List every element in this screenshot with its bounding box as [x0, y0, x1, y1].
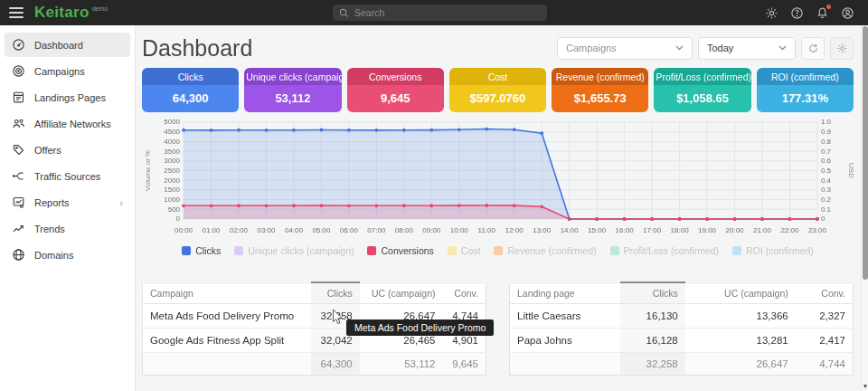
scrollbar-down-arrow[interactable]: ▼	[862, 383, 868, 390]
column-header-conv[interactable]: Conv.	[796, 282, 854, 304]
stat-card-value: 177.31%	[757, 85, 854, 112]
column-header-conv[interactable]: Conv.	[443, 282, 486, 304]
svg-text:3000: 3000	[164, 157, 180, 165]
campaigns-filter-select[interactable]: Campaigns	[557, 37, 693, 60]
svg-text:05:00: 05:00	[312, 226, 331, 234]
svg-text:03:00: 03:00	[257, 226, 276, 234]
table-row[interactable]: Little Caesars16,13013,3662,327	[510, 304, 854, 329]
legend-label: Unique clicks (campaign)	[248, 245, 354, 256]
svg-text:Volume or %: Volume or %	[144, 150, 152, 191]
svg-text:0.6: 0.6	[821, 157, 832, 165]
scrollbar-thumb[interactable]	[863, 26, 868, 280]
row-name-cell[interactable]: Meta Ads Food Delivery Promo	[143, 304, 311, 329]
column-header-uc-campaign[interactable]: UC (campaign)	[685, 282, 796, 304]
legend-item-roi-confirmed[interactable]: ROI (confirmed)	[732, 245, 814, 256]
stat-card-conversions: Conversions9,645	[347, 68, 444, 112]
sidebar-item-campaigns[interactable]: Campaigns	[5, 59, 130, 83]
row-name-cell[interactable]: Google Ads Fitness App Split	[143, 329, 311, 353]
legend-label: Conversions	[381, 245, 433, 256]
page-title: Dashboard	[142, 35, 252, 62]
svg-text:1000: 1000	[164, 196, 180, 204]
legend-label: Cost	[461, 245, 481, 256]
legend-item-cost[interactable]: Cost	[448, 245, 481, 256]
svg-text:04:00: 04:00	[285, 226, 304, 234]
stat-card-value: 53,112	[244, 85, 341, 112]
column-header-clicks[interactable]: Clicks	[311, 282, 360, 304]
legend-label: Revenue (confirmed)	[507, 245, 596, 256]
stat-card-clicks: Clicks64,300	[142, 68, 239, 112]
sidebar-item-landings-pages[interactable]: Landings Pages	[5, 85, 130, 110]
svg-text:01:00: 01:00	[203, 226, 222, 234]
menu-icon[interactable]	[9, 7, 24, 18]
table-row[interactable]: Papa Johns16,12813,2812,417	[510, 329, 854, 353]
column-header-landing-page[interactable]: Landing page	[510, 282, 620, 304]
page-scrollbar[interactable]: ▼	[861, 25, 868, 391]
settings-icon[interactable]	[764, 5, 779, 21]
stat-card-label: ROI (confirmed)	[757, 68, 854, 85]
svg-text:09:00: 09:00	[422, 226, 441, 234]
legend-swatch	[494, 246, 503, 255]
svg-text:2000: 2000	[164, 176, 180, 185]
row-name-cell[interactable]: Papa Johns	[510, 329, 620, 353]
sidebar-item-offers[interactable]: Offers	[5, 138, 130, 162]
svg-text:500: 500	[168, 205, 181, 214]
search-box[interactable]	[333, 5, 547, 21]
main-content: Dashboard Campaigns Today	[136, 25, 868, 391]
legend-swatch	[448, 246, 457, 255]
legend-item-revenue-confirmed[interactable]: Revenue (confirmed)	[494, 245, 596, 256]
legend-item-profit-loss-confirmed[interactable]: Profit/Loss (confirmed)	[610, 245, 720, 256]
target-icon	[12, 64, 25, 78]
totals-cell: 64,300	[311, 353, 360, 376]
svg-text:19:00: 19:00	[698, 226, 717, 234]
stat-card-value: $597.0760	[449, 85, 546, 112]
legend-item-conversions[interactable]: Conversions	[367, 245, 433, 256]
help-icon[interactable]	[789, 5, 805, 21]
stat-card-label: Conversions	[347, 68, 444, 85]
svg-text:18:00: 18:00	[671, 226, 690, 234]
svg-text:13:00: 13:00	[533, 226, 552, 234]
svg-text:1.0: 1.0	[821, 119, 832, 127]
table-totals-row: 64,30053,1129,645	[143, 353, 486, 376]
legend-swatch	[234, 246, 243, 255]
row-value-cell: 2,417	[796, 329, 854, 353]
sidebar-item-label: Traffic Sources	[34, 171, 100, 182]
sidebar-item-reports[interactable]: Reports›	[5, 190, 130, 215]
row-name-cell[interactable]: Little Caesars	[510, 304, 620, 329]
svg-text:11:00: 11:00	[478, 226, 496, 234]
sidebar-item-trends[interactable]: Trends	[5, 216, 130, 241]
legend-item-clicks[interactable]: Clicks	[182, 245, 221, 256]
document-icon	[12, 91, 25, 104]
svg-text:12:00: 12:00	[505, 226, 524, 234]
campaigns-filter-value: Campaigns	[566, 43, 617, 53]
tag-icon	[12, 143, 25, 157]
period-filter-value: Today	[707, 43, 733, 53]
sidebar-item-label: Campaigns	[34, 66, 85, 77]
sidebar-item-dashboard[interactable]: Dashboard	[5, 33, 130, 57]
totals-cell	[143, 353, 311, 376]
account-icon[interactable]	[840, 5, 855, 21]
column-header-campaign[interactable]: Campaign	[143, 282, 311, 304]
legend-item-unique-clicks-campaign[interactable]: Unique clicks (campaign)	[234, 245, 354, 256]
refresh-button[interactable]	[801, 37, 825, 60]
row-tooltip: Meta Ads Food Delivery Promo	[346, 319, 494, 336]
svg-text:0: 0	[176, 215, 181, 224]
app-logo[interactable]: Keitarodemo	[24, 4, 108, 22]
period-filter-select[interactable]: Today	[698, 37, 796, 60]
dashboard-settings-button[interactable]	[830, 37, 854, 60]
svg-text:4000: 4000	[164, 138, 180, 146]
notifications-icon[interactable]	[815, 5, 830, 21]
sidebar-item-traffic-sources[interactable]: Traffic Sources	[5, 164, 130, 188]
svg-text:10:00: 10:00	[450, 226, 469, 234]
stat-card-roi-confirmed: ROI (confirmed)177.31%	[757, 68, 854, 112]
column-header-clicks[interactable]: Clicks	[620, 282, 685, 304]
search-input[interactable]	[354, 7, 541, 18]
sidebar-item-domains[interactable]: Domains	[5, 243, 130, 267]
sidebar-item-affiliate-networks[interactable]: Affiliate Networks	[5, 111, 130, 136]
svg-text:20:00: 20:00	[726, 226, 745, 234]
column-header-uc-campaign[interactable]: UC (campaign)	[360, 282, 443, 304]
svg-text:0.8: 0.8	[821, 138, 832, 146]
totals-cell: 9,645	[443, 353, 486, 376]
sidebar-item-label: Affiliate Networks	[34, 119, 111, 129]
totals-cell: 4,744	[796, 353, 854, 376]
stat-card-profit-loss-confirmed: Profit/Loss (confirmed)$1,058.65	[654, 68, 750, 112]
